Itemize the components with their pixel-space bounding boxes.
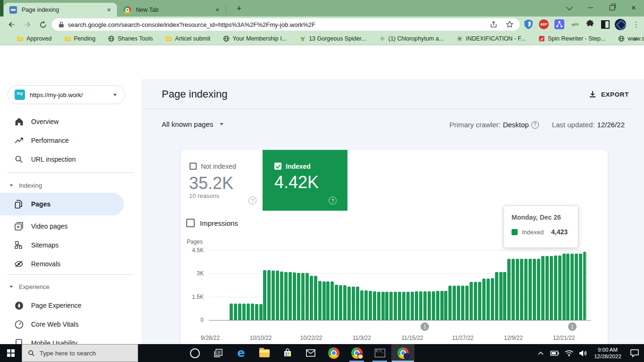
sidebar-item-core-web-vitals[interactable]: Core Web Vitals (0, 315, 141, 334)
chart-bar[interactable] (347, 287, 351, 320)
chart-bar[interactable] (448, 286, 452, 320)
chart-bar[interactable] (267, 270, 271, 320)
chart-bar[interactable] (507, 259, 511, 320)
chart-bar[interactable] (474, 282, 477, 320)
chart-bar[interactable] (583, 252, 586, 320)
chart-bar[interactable] (301, 273, 305, 320)
chart-bar[interactable] (499, 272, 503, 320)
chart-bar[interactable] (558, 255, 561, 320)
taskbar-chrome-button[interactable] (322, 344, 345, 362)
tray-volume-button[interactable] (576, 344, 590, 362)
chart-bar[interactable] (465, 286, 469, 320)
bookmark-item[interactable]: Spin Rewriter - Step... (538, 35, 605, 42)
bookmark-item[interactable]: 13 Gorgeous Spider... (299, 35, 366, 42)
sidebar-item-url-inspection[interactable]: URL inspection (0, 150, 141, 169)
chart-bar[interactable] (242, 304, 246, 320)
not-indexed-reasons[interactable]: 10 reasons (189, 192, 219, 199)
taskbar-clock[interactable]: 9:00 AM 12/28/2022 (590, 346, 625, 360)
taskbar-chrome-profile2-button[interactable] (345, 344, 368, 362)
bookmark-item[interactable]: Shanes Tools (108, 35, 153, 42)
action-center-button[interactable] (625, 344, 644, 362)
chart-bar[interactable] (575, 254, 578, 320)
taskbar-cortana-button[interactable] (183, 344, 206, 362)
chart-bar[interactable] (364, 290, 368, 320)
chart-bar[interactable] (495, 272, 498, 320)
chart-bar[interactable] (373, 291, 376, 320)
chart-bar[interactable] (259, 304, 263, 320)
chart-bar[interactable] (415, 291, 418, 320)
chart-bar[interactable] (541, 256, 545, 320)
chart-bar[interactable] (251, 304, 254, 320)
tab-close-icon[interactable]: × (213, 6, 222, 14)
extensions-puzzle-icon[interactable] (584, 18, 596, 31)
chart-bar[interactable] (398, 292, 401, 320)
chart-bar[interactable] (297, 273, 300, 320)
chart-bar[interactable] (284, 272, 288, 320)
chart-bar[interactable] (230, 304, 233, 320)
chart-bar[interactable] (377, 292, 380, 320)
export-button[interactable]: EXPORT (589, 90, 629, 99)
not-indexed-checkbox[interactable] (190, 163, 197, 170)
chart-bar[interactable] (310, 276, 313, 320)
sidebar-item-removals[interactable]: Removals (0, 255, 141, 273)
taskbar-edge-button[interactable]: e (230, 344, 253, 362)
taskbar-mail-button[interactable] (299, 344, 322, 362)
chart-bar[interactable] (461, 286, 464, 320)
tray-chevron-button[interactable] (534, 344, 548, 362)
ext-abp-icon[interactable]: ABP (537, 18, 550, 31)
bookmark-item[interactable]: INDEXIFICATION - F... (456, 35, 526, 42)
bookmark-item[interactable]: Your Membership I... (223, 35, 287, 42)
close-button[interactable]: × (623, 0, 644, 16)
chart-bar[interactable] (280, 272, 283, 320)
sidebar-item-performance[interactable]: Performance (0, 131, 141, 150)
sidebar-item-page-experience[interactable]: Page Experience (0, 296, 141, 315)
chart-bar[interactable] (276, 271, 279, 320)
chart-bar[interactable] (545, 256, 549, 320)
chart-bar[interactable] (512, 259, 515, 320)
sidebar-item-overview[interactable]: Overview (0, 112, 141, 131)
chart-bar[interactable] (402, 292, 405, 320)
chart-bar[interactable] (330, 281, 334, 320)
chart-bar[interactable] (305, 273, 309, 320)
chart-bar[interactable] (423, 291, 427, 320)
chart-bar[interactable] (520, 259, 523, 320)
bookmark-item[interactable]: Approved (17, 35, 52, 42)
chart-bar[interactable] (343, 285, 347, 320)
chart-annotation-marker[interactable]: 1 (568, 322, 577, 331)
chart-bar[interactable] (419, 291, 422, 320)
bookmarks-overflow-chevron[interactable]: » (634, 32, 637, 45)
chart-bar[interactable] (339, 285, 342, 320)
chart-bar[interactable] (516, 259, 519, 320)
property-selector[interactable]: https://my-job.work/ (8, 85, 125, 104)
chart-bar[interactable] (491, 278, 494, 320)
chart-bar[interactable] (453, 286, 456, 320)
chart-bar[interactable] (272, 271, 275, 320)
ext-theme-icon[interactable] (599, 18, 611, 31)
indexed-help-icon[interactable]: ? (329, 197, 337, 205)
chart-bar[interactable] (352, 287, 355, 320)
chart-bar[interactable] (314, 276, 317, 320)
not-indexed-help-icon[interactable]: ? (248, 197, 256, 205)
bookmark-item[interactable]: Articel submit (165, 35, 210, 42)
chart-bar[interactable] (411, 292, 414, 320)
chart-bar[interactable] (326, 281, 330, 320)
ext-share-nodes-icon[interactable] (553, 18, 566, 31)
section-indexing[interactable]: Indexing (0, 180, 141, 191)
chart-bar[interactable] (562, 254, 566, 320)
chart-bar[interactable] (293, 272, 296, 320)
tab-page-indexing[interactable]: Page indexing × (4, 3, 117, 16)
sidebar-item-sitemaps[interactable]: Sitemaps (0, 236, 141, 255)
chart-bar[interactable] (478, 282, 481, 320)
chart-bar[interactable] (263, 270, 266, 320)
chart-bar[interactable] (335, 285, 338, 320)
tab-new-tab[interactable]: New Tab × (118, 3, 225, 16)
forward-button[interactable] (21, 18, 33, 31)
start-button[interactable] (0, 344, 22, 362)
chart-bar[interactable] (503, 272, 506, 320)
chart-bar[interactable] (369, 291, 372, 320)
profile-avatar[interactable] (614, 18, 627, 31)
sidebar-item-pages[interactable]: Pages (0, 193, 124, 215)
tab-close-icon[interactable]: × (105, 6, 113, 14)
chart-bar[interactable] (524, 259, 528, 320)
chart-bar[interactable] (533, 259, 536, 320)
